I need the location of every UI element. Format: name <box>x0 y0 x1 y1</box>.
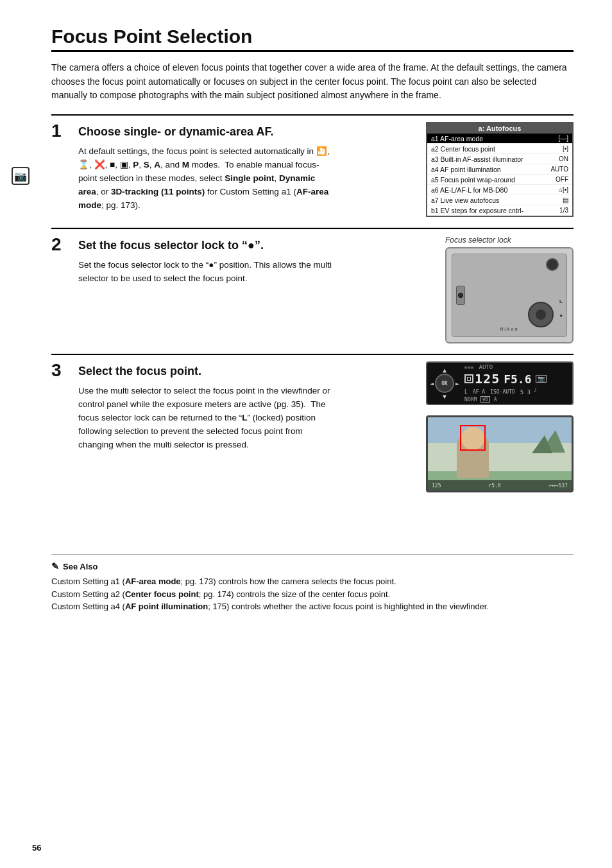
see-also-line-2: Custom Setting a2 (Center focus point; p… <box>51 588 574 601</box>
menu-item-3: a4 AF point illumination AUTO <box>427 164 572 175</box>
page-title: Focus Point Selection <box>51 26 574 52</box>
step-1-section: 1 Choose single- or dynamic-area AF. At … <box>51 114 574 228</box>
pencil-icon: ✎ <box>51 561 59 571</box>
step-2-number: 2 <box>51 236 74 254</box>
step-3-body: Use the multi selector to select the foc… <box>51 385 334 452</box>
step-1-title: Choose single- or dynamic-area AF. <box>78 122 273 139</box>
menu-item-0: a1 AF-area mode [—] <box>427 134 572 144</box>
step-2-image-area: Focus selector lock Nikon <box>445 236 574 343</box>
see-also-line-3: Custom Setting a4 (AF point illumination… <box>51 600 574 613</box>
menu-title: a: Autofocus <box>427 123 572 134</box>
camera-icon: 📷 <box>12 167 30 185</box>
see-also-line-1: Custom Setting a1 (AF-area mode; pg. 173… <box>51 575 574 588</box>
menu-item-4: a5 Focus point wrap-around OFF <box>427 175 572 185</box>
vf-aperture: r5.6 <box>488 483 500 489</box>
autofocus-menu: a: Autofocus a1 AF-area mode [—] a2 Cent… <box>426 122 574 217</box>
step-2-title: Set the focus selector lock to “●”. <box>78 236 264 253</box>
step-1-image: a: Autofocus a1 AF-area mode [—] a2 Cent… <box>426 122 574 217</box>
see-also-title: See Also <box>63 562 98 571</box>
step-2-header: 2 Set the focus selector lock to “●”. <box>51 236 420 254</box>
vf-iso: ⊶⊷537 <box>548 483 568 489</box>
menu-item-7: b1 EV steps for exposure cntrl- 1/3 <box>427 205 572 216</box>
step-1-body: At default settings, the focus point is … <box>51 145 334 213</box>
step-3-section: 3 Select the focus point. Use the multi … <box>51 354 574 503</box>
step-1-header: 1 Choose single- or dynamic-area AF. <box>51 122 400 140</box>
camera-back-illustration: Nikon ● L <box>445 247 574 343</box>
sidebar-icon-area: 📷 <box>10 167 31 185</box>
menu-item-1: a2 Center focus point [•] <box>427 144 572 154</box>
page-number: 56 <box>32 843 41 853</box>
step-2-section: 2 Set the focus selector lock to “●”. Se… <box>51 228 574 354</box>
step-3-number: 3 <box>51 361 74 379</box>
step-2-body: Set the focus selector lock to the “●” p… <box>51 259 334 286</box>
vf-shutter: 125 <box>432 483 441 489</box>
step-3-title: Select the focus point. <box>78 361 201 379</box>
step-3-header: 3 Select the focus point. <box>51 361 400 379</box>
control-panel-display: ▲ ◄ OK ► ▼ ≡≡≡ AUTO <box>426 361 574 405</box>
see-also-section: ✎ See Also Custom Setting a1 (AF-area mo… <box>51 554 574 613</box>
menu-item-2: a3 Built-in AF-assist illuminator ON <box>427 154 572 164</box>
step-1-number: 1 <box>51 122 74 140</box>
focus-lock-label: Focus selector lock <box>445 236 574 245</box>
menu-item-5: a6 AE-L/AF-L for MB-D80 ⌂[•] <box>427 185 572 195</box>
menu-item-6: a7 Live view autofocus ▤ <box>427 195 572 205</box>
viewfinder-display: 125 r5.6 ⊶⊷537 <box>426 415 574 492</box>
see-also-header: ✎ See Also <box>51 561 574 571</box>
intro-paragraph: The camera offers a choice of eleven foc… <box>51 61 574 103</box>
step-3-image-area: ▲ ◄ OK ► ▼ ≡≡≡ AUTO <box>426 361 574 492</box>
